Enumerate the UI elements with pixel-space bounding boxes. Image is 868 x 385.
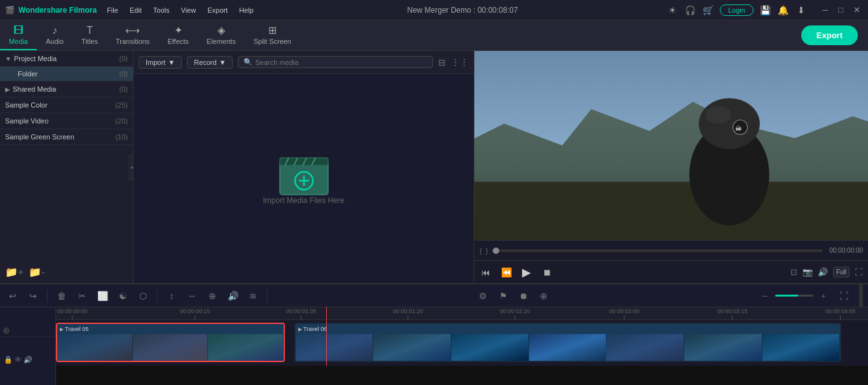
cut-button[interactable]: ✂: [74, 288, 90, 304]
ruler-tick-0: [72, 316, 72, 319]
bracket-right: }: [486, 247, 488, 255]
elements-label: Elements: [207, 38, 236, 45]
eye-icon[interactable]: 👁: [15, 356, 22, 364]
toolbar-media[interactable]: 🎞 Media: [0, 20, 37, 50]
toolbar-audio[interactable]: ♪ Audio: [37, 20, 72, 50]
grid-view-icon[interactable]: ⋮⋮: [451, 57, 469, 67]
export-button[interactable]: Export: [801, 25, 858, 45]
zoom-in-button[interactable]: ⊕: [536, 288, 551, 304]
clip-travel05-header: ▶ Travel 05: [57, 324, 284, 334]
section-project-media[interactable]: ▼ Project Media (0): [0, 51, 133, 67]
record-button[interactable]: Record ▼: [187, 56, 233, 69]
fullscreen-icon[interactable]: ⛶: [855, 267, 863, 277]
section-sample-color[interactable]: Sample Color (25): [0, 97, 133, 113]
frame-back-button[interactable]: ⏪: [500, 266, 513, 279]
composite-button[interactable]: ⊕: [205, 288, 220, 304]
scrubber-handle[interactable]: [493, 248, 499, 254]
play-pause-button[interactable]: ▶: [520, 266, 533, 279]
window-controls: ─ □ ✕: [820, 5, 863, 15]
lock-icon[interactable]: 🔒: [4, 356, 13, 364]
skip-back-button[interactable]: ⏮: [479, 266, 492, 279]
media-drop-area[interactable]: Import Media Files Here: [134, 74, 474, 283]
add-track-button[interactable]: ⊕: [0, 324, 13, 337]
elements-icon: ◈: [217, 24, 225, 36]
project-media-count: (0): [120, 55, 128, 62]
record-chevron-icon: ▼: [219, 59, 226, 66]
ruler-mark-0: 00:00:00:00: [57, 308, 88, 319]
audio-button[interactable]: 🔊: [225, 288, 240, 304]
speaker-icon[interactable]: 🔊: [24, 356, 32, 364]
clip-travel06[interactable]: ▶ Travel 06: [294, 323, 841, 362]
brightness-icon[interactable]: ☀: [666, 4, 678, 16]
track-1-icons: 🔒 👁 🔊: [4, 356, 32, 364]
expand-timeline-button[interactable]: ⛶: [836, 288, 851, 304]
split-button[interactable]: ↔: [184, 288, 200, 304]
snapshot-icon[interactable]: 📷: [803, 267, 813, 277]
stop-button[interactable]: ⏹: [541, 266, 553, 279]
maximize-button[interactable]: □: [836, 5, 846, 15]
zoom-plus-button[interactable]: +: [816, 288, 831, 304]
preview-scrubber[interactable]: [492, 249, 823, 252]
delete-folder-button[interactable]: 📁-: [29, 266, 45, 278]
media-label: Media: [9, 38, 28, 45]
panel-collapse-button[interactable]: ◀: [128, 155, 134, 180]
delete-button[interactable]: 🗑: [54, 288, 69, 304]
menu-file[interactable]: File: [102, 5, 123, 15]
app-name: Wondershare Filmora: [18, 6, 97, 15]
quality-selector[interactable]: Full: [833, 267, 850, 277]
clip-travel05[interactable]: ▶ Travel 05: [56, 323, 285, 362]
menu-tools[interactable]: Tools: [148, 5, 175, 15]
section-sample-green[interactable]: Sample Green Screen (10): [0, 129, 133, 145]
snap-button[interactable]: ⚙: [475, 288, 490, 304]
ruler-mark-6: 00:00:03:15: [717, 308, 748, 319]
left-panel: ▼ Project Media (0) Folder (0) ▶ Shared …: [0, 51, 134, 283]
toolbar-elements[interactable]: ◈ Elements: [198, 20, 245, 50]
transitions-label: Transitions: [116, 38, 149, 45]
marker-button[interactable]: ⚑: [495, 288, 511, 304]
close-button[interactable]: ✕: [851, 5, 863, 15]
menu-view[interactable]: View: [176, 5, 202, 15]
waveform-button[interactable]: ≋: [245, 288, 261, 304]
volume-icon[interactable]: 🔊: [818, 267, 828, 277]
zoom-minus-button[interactable]: ─: [757, 288, 773, 304]
svg-point-14: [705, 106, 731, 123]
section-shared-media[interactable]: ▶ Shared Media (0): [0, 81, 133, 97]
record-timeline-button[interactable]: ⏺: [516, 288, 531, 304]
search-box[interactable]: 🔍: [238, 56, 433, 68]
undo-button[interactable]: ↩: [5, 288, 20, 304]
download-icon[interactable]: ⬇: [796, 4, 807, 16]
redo-button[interactable]: ↪: [25, 288, 41, 304]
toolbar-effects[interactable]: ✦ Effects: [158, 20, 197, 50]
track-1-content[interactable]: ▶ Travel 05 ▶ Travel 06: [56, 320, 868, 366]
menu-help[interactable]: Help: [234, 5, 259, 15]
menu-export[interactable]: Export: [202, 5, 233, 15]
add-folder-button[interactable]: 📁+: [5, 266, 24, 278]
cart-icon[interactable]: 🛒: [702, 4, 713, 16]
transform-button[interactable]: ↕: [164, 288, 179, 304]
save-icon[interactable]: 💾: [760, 4, 771, 16]
rotate-button[interactable]: ☯: [115, 288, 130, 304]
audio-label: Audio: [46, 38, 64, 45]
zoom-slider[interactable]: [775, 295, 813, 297]
sample-video-label: Sample Video: [5, 117, 115, 125]
minimize-button[interactable]: ─: [820, 5, 830, 15]
search-input[interactable]: [255, 59, 427, 66]
toolbar-split-screen[interactable]: ⊞ Split Screen: [245, 20, 300, 50]
import-button[interactable]: Import ▼: [139, 56, 182, 69]
crop-button[interactable]: ⬜: [95, 288, 110, 304]
menu-edit[interactable]: Edit: [125, 5, 147, 15]
toolbar-titles[interactable]: T Titles: [72, 20, 107, 50]
filter-icon[interactable]: ⊟: [438, 57, 446, 67]
toolbar-transitions[interactable]: ⟷ Transitions: [107, 20, 158, 50]
timeline-resize-handle[interactable]: [859, 284, 863, 307]
quality-controls: ⊡ 📷 🔊 Full ⛶: [790, 267, 863, 277]
subsection-folder[interactable]: Folder (0): [0, 67, 133, 81]
toolbar-separator-3: [267, 290, 268, 302]
headphones-icon[interactable]: 🎧: [684, 4, 696, 16]
media-toolbar: Import ▼ Record ▼ 🔍 ⊟ ⋮⋮: [134, 51, 474, 74]
section-sample-video[interactable]: Sample Video (20): [0, 113, 133, 129]
login-button[interactable]: Login: [720, 4, 754, 16]
notification-icon[interactable]: 🔔: [778, 4, 789, 16]
external-screen-icon[interactable]: ⊡: [790, 267, 797, 277]
color-button[interactable]: ⬡: [135, 288, 151, 304]
